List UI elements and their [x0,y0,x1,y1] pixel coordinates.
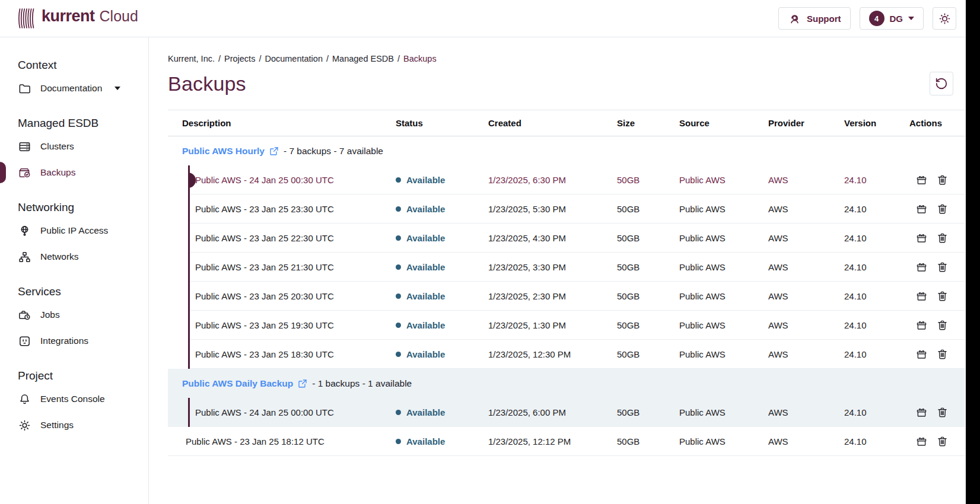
delete-backup-icon[interactable] [936,435,949,448]
breadcrumb-segment[interactable]: Managed ESDB [332,54,394,63]
backup-source: Public AWS [679,204,768,214]
sidebar-section: Managed ESDB Clusters Backups [0,117,148,186]
sidebar-item-events-console[interactable]: Events Console [0,386,148,412]
status-dot [396,177,401,183]
sidebar-section-title: Context [18,59,148,72]
sidebar-section-title: Networking [18,201,148,214]
backup-version: 24.10 [844,320,909,330]
backup-version: 24.10 [844,262,909,272]
refresh-button[interactable] [930,72,953,95]
sidebar-item-documentation[interactable]: Documentation [0,75,148,101]
backup-description: Public AWS - 23 Jan 25 18:12 UTC [186,436,324,446]
sidebar-item-label: Networks [40,251,79,262]
folder-icon [18,82,31,95]
table-row[interactable]: Public AWS Hourly - 7 backups - 7 availa… [168,136,965,165]
account-button[interactable]: 4 DG [860,7,924,30]
globe-icon [18,224,31,238]
restore-backup-icon[interactable] [915,232,928,244]
sidebar-item-jobs[interactable]: Jobs [0,302,148,328]
backup-created: 1/23/2025, 5:30 PM [488,204,617,214]
sidebar-item-backups[interactable]: Backups [0,160,148,186]
sidebar-item-label: Documentation [40,83,102,94]
backup-version: 24.10 [844,407,909,417]
sidebar-item-settings[interactable]: Settings [0,412,148,438]
backup-provider: AWS [768,407,844,417]
sidebar-item-networks[interactable]: Networks [0,244,148,270]
app-header: kurrent Cloud Support 4 DG [0,0,980,37]
sidebar-item-clusters[interactable]: Clusters [0,133,148,160]
backup-description: Public AWS - 23 Jan 25 21:30 UTC [195,262,334,272]
backup-provider: AWS [768,291,844,301]
account-badge: 4 [869,11,884,26]
restore-backup-icon[interactable] [915,174,928,186]
delete-backup-icon[interactable] [936,406,949,419]
kurrent-waves-icon [18,7,37,30]
table-row[interactable]: Public AWS - 24 Jan 25 00:00 UTC Availab… [168,398,965,427]
backup-size: 50GB [617,204,679,214]
delete-backup-icon[interactable] [936,261,949,273]
status-label: Available [406,175,445,185]
brand-suffix: Cloud [100,8,138,25]
support-button[interactable]: Support [778,7,851,30]
delete-backup-icon[interactable] [936,290,949,302]
chevron-down-icon [114,87,120,90]
restore-backup-icon[interactable] [915,319,928,331]
sidebar-item-label: Clusters [40,141,74,152]
external-link-icon[interactable] [298,379,307,388]
restore-backup-icon[interactable] [915,290,928,302]
backup-provider: AWS [768,233,844,243]
restore-backup-icon[interactable] [915,261,928,273]
backup-provider: AWS [768,175,844,185]
breadcrumb-segment[interactable]: Projects [224,54,255,63]
sun-icon [938,12,952,25]
backup-description: Public AWS - 23 Jan 25 23:30 UTC [195,204,334,214]
active-item-pill [0,162,6,183]
restore-backup-icon[interactable] [915,348,928,361]
backup-size: 50GB [617,175,679,185]
header-actions: Support 4 DG [778,7,956,30]
table-row[interactable]: Public AWS - 23 Jan 25 22:30 UTC Availab… [168,224,965,253]
theme-toggle-button[interactable] [933,7,956,30]
page-head: Backups [168,72,965,95]
delete-backup-icon[interactable] [936,319,949,331]
table-row[interactable]: Public AWS Daily Backup - 1 backups - 1 … [168,369,965,398]
table-row[interactable]: Public AWS - 23 Jan 25 20:30 UTC Availab… [168,282,965,311]
delete-backup-icon[interactable] [936,174,949,186]
restore-backup-icon[interactable] [915,406,928,419]
sidebar-section-title: Services [18,285,148,298]
table-row[interactable]: Public AWS - 23 Jan 25 21:30 UTC Availab… [168,253,965,282]
backup-description: Public AWS - 23 Jan 25 18:30 UTC [195,349,334,359]
status-label: Available [406,233,445,243]
breadcrumb-segment[interactable]: Documentation [265,54,323,63]
backup-job-link[interactable]: Public AWS Hourly [182,146,265,157]
backups-table: Description Status Created Size Source P… [168,110,965,456]
backup-size: 50GB [617,262,679,272]
clusters-icon [18,140,31,154]
backup-source: Public AWS [679,175,768,185]
breadcrumb: Kurrent, Inc. / Projects / Documentation… [168,54,980,63]
table-row[interactable]: Public AWS - 23 Jan 25 18:12 UTC Availab… [168,427,965,456]
sidebar-item-integrations[interactable]: Integrations [0,328,148,354]
delete-backup-icon[interactable] [936,232,949,244]
sidebar-section-title: Managed ESDB [18,117,148,130]
restore-backup-icon[interactable] [915,435,928,448]
table-row[interactable]: Public AWS - 24 Jan 25 00:30 UTC Availab… [168,165,965,194]
backup-created: 1/23/2025, 3:30 PM [488,262,617,272]
table-row[interactable]: Public AWS - 23 Jan 25 18:30 UTC Availab… [168,340,965,369]
backup-source: Public AWS [679,349,768,359]
backup-description: Public AWS - 23 Jan 25 19:30 UTC [195,320,334,330]
restore-backup-icon[interactable] [915,203,928,215]
backup-job-link[interactable]: Public AWS Daily Backup [182,378,293,389]
breadcrumb-separator: / [218,54,221,63]
external-link-icon[interactable] [269,146,279,156]
breadcrumb-segment[interactable]: Kurrent, Inc. [168,54,215,63]
backup-size: 50GB [617,320,679,330]
delete-backup-icon[interactable] [936,348,949,361]
table-row[interactable]: Public AWS - 23 Jan 25 23:30 UTC Availab… [168,194,965,224]
backup-description: Public AWS - 23 Jan 25 22:30 UTC [195,233,334,243]
sidebar-section: Project Events Console Settings [0,369,148,438]
table-row[interactable]: Public AWS - 23 Jan 25 19:30 UTC Availab… [168,311,965,340]
brand-logo[interactable]: kurrent Cloud [18,7,138,30]
sidebar-item-public-ip-access[interactable]: Public IP Access [0,218,148,244]
delete-backup-icon[interactable] [936,203,949,215]
